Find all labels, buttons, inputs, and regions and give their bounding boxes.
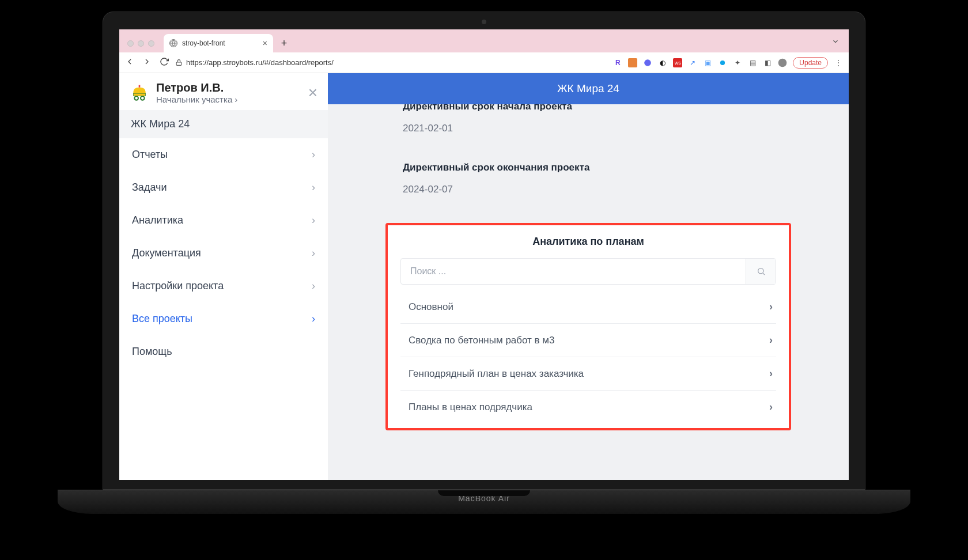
plan-list: Основной›Сводка по бетонным работ в м3›Г… — [400, 290, 776, 423]
svg-point-3 — [720, 60, 725, 65]
ext-icon[interactable]: ◐ — [658, 58, 667, 67]
ext-icon[interactable]: ↗ — [688, 58, 697, 67]
browser-tab[interactable]: stroy-bot-front × — [164, 34, 273, 52]
update-button[interactable]: Update — [793, 57, 828, 69]
sidebar-user-block[interactable]: Петров И.В. Начальник участка › — [156, 81, 237, 104]
plan-item-label: Сводка по бетонным работ в м3 — [409, 335, 555, 346]
url-text: https://app.stroybots.ru/#/dashboard/rep… — [186, 58, 334, 67]
tab-strip: stroy-bot-front × + — [119, 29, 849, 52]
plan-item[interactable]: Планы в ценах подрядчика› — [400, 391, 776, 423]
nav-reload-icon[interactable] — [160, 57, 169, 68]
tab-title: stroy-bot-front — [182, 39, 225, 47]
plan-item-label: Основной — [409, 301, 453, 313]
sidebar-item[interactable]: Документация› — [119, 237, 328, 270]
ext-icon[interactable]: R — [613, 58, 622, 67]
end-date-value: 2024-02-07 — [403, 184, 774, 195]
browser-window: stroy-bot-front × + — [119, 29, 849, 480]
search-button[interactable] — [746, 259, 776, 284]
traffic-minimize[interactable] — [138, 40, 144, 47]
search-row — [400, 258, 776, 285]
svg-rect-8 — [139, 85, 141, 88]
user-name: Петров И.В. — [156, 81, 237, 94]
chevron-right-icon: › — [312, 313, 315, 325]
laptop-frame: stroy-bot-front × + — [103, 12, 865, 513]
window-traffic-lights[interactable] — [123, 40, 160, 52]
address-bar: https://app.stroybots.ru/#/dashboard/rep… — [119, 52, 849, 73]
chevron-right-icon: › — [769, 368, 773, 380]
chevron-right-icon: › — [312, 247, 315, 259]
sidebar-item[interactable]: Аналитика› — [119, 204, 328, 237]
ext-icon[interactable]: ◧ — [763, 58, 772, 67]
sidebar-item-label: Аналитика — [132, 214, 183, 226]
plan-item[interactable]: Генподрядный план в ценах заказчика› — [400, 357, 776, 391]
globe-icon — [169, 39, 177, 47]
tabs-dropdown-icon[interactable] — [831, 37, 840, 48]
svg-point-2 — [644, 59, 651, 66]
chevron-right-icon: › — [769, 334, 773, 346]
sidebar-project-name[interactable]: ЖК Мира 24 — [119, 110, 328, 138]
traffic-zoom[interactable] — [148, 40, 154, 47]
sidebar-item[interactable]: Настройки проекта› — [119, 270, 328, 302]
sidebar-header: Петров И.В. Начальник участка › × — [119, 73, 328, 110]
chevron-right-icon: › — [235, 94, 237, 104]
sidebar-item[interactable]: Все проекты› — [119, 302, 328, 335]
user-role-label: Начальник участка — [156, 94, 232, 104]
sidebar: Петров И.В. Начальник участка › × ЖК Мир… — [119, 73, 328, 480]
svg-point-4 — [778, 58, 787, 67]
app-root: Петров И.В. Начальник участка › × ЖК Мир… — [119, 73, 849, 480]
traffic-close[interactable] — [127, 40, 134, 47]
plan-item-label: Планы в ценах подрядчика — [409, 402, 532, 413]
analytics-card: Аналитика по планам Основной›Сводка по б… — [385, 223, 791, 430]
nav-forward-icon[interactable] — [142, 57, 152, 68]
search-input[interactable] — [401, 259, 746, 284]
ext-icon[interactable] — [628, 58, 637, 67]
svg-point-9 — [758, 268, 763, 274]
sidebar-item-label: Настройки проекта — [132, 280, 224, 292]
sidebar-item[interactable]: Помощь — [119, 335, 328, 368]
chevron-right-icon: › — [312, 214, 315, 226]
sidebar-nav: Отчеты›Задачи›Аналитика›Документация›Нас… — [119, 138, 328, 368]
chevron-right-icon: › — [312, 280, 315, 292]
topbar-title: ЖК Мира 24 — [557, 82, 619, 95]
sidebar-item-label: Все проекты — [132, 313, 192, 325]
screen: stroy-bot-front × + — [119, 29, 849, 480]
topbar: ЖК Мира 24 — [328, 73, 849, 104]
content: Директивный срок начала проекта 2021-02-… — [328, 104, 849, 480]
lock-icon — [175, 59, 183, 67]
svg-point-6 — [134, 96, 138, 100]
project-dates: Директивный срок начала проекта 2021-02-… — [328, 104, 849, 195]
ext-icon[interactable]: ▤ — [748, 58, 757, 67]
chevron-right-icon: › — [312, 149, 315, 161]
browser-menu-icon[interactable]: ⋮ — [834, 58, 843, 67]
main-area: ЖК Мира 24 Директивный срок начала проек… — [328, 73, 849, 480]
tab-close-icon[interactable]: × — [263, 39, 267, 48]
plan-item-label: Генподрядный план в ценах заказчика — [409, 368, 584, 380]
screen-bezel: stroy-bot-front × + — [103, 12, 865, 490]
profile-avatar-icon[interactable] — [778, 58, 787, 67]
sidebar-item-label: Документация — [132, 247, 201, 259]
svg-rect-1 — [176, 62, 181, 65]
sidebar-item-label: Помощь — [132, 346, 172, 358]
start-date-value: 2021-02-01 — [403, 123, 774, 134]
start-date-label: Директивный срок начала проекта — [403, 104, 774, 112]
plan-item[interactable]: Сводка по бетонным работ в м3› — [400, 324, 776, 357]
ext-icon[interactable]: ws — [673, 58, 682, 67]
sidebar-item-label: Задачи — [132, 181, 167, 194]
extensions-puzzle-icon[interactable]: ✦ — [733, 58, 742, 67]
camera-dot — [482, 20, 486, 24]
ext-icon[interactable] — [643, 58, 652, 67]
nav-back-icon[interactable] — [125, 57, 134, 68]
url-field[interactable]: https://app.stroybots.ru/#/dashboard/rep… — [175, 58, 334, 67]
sidebar-close-button[interactable]: × — [308, 85, 317, 101]
search-icon — [757, 267, 766, 276]
svg-line-10 — [763, 273, 765, 275]
user-role: Начальник участка › — [156, 94, 237, 104]
ext-icon[interactable]: ▣ — [703, 58, 712, 67]
plan-item[interactable]: Основной› — [400, 290, 776, 324]
ext-icon[interactable] — [718, 58, 727, 67]
svg-rect-5 — [133, 93, 145, 96]
new-tab-button[interactable]: + — [277, 36, 292, 51]
sidebar-item[interactable]: Отчеты› — [119, 138, 328, 171]
app-logo-icon — [130, 83, 149, 103]
sidebar-item[interactable]: Задачи› — [119, 171, 328, 204]
